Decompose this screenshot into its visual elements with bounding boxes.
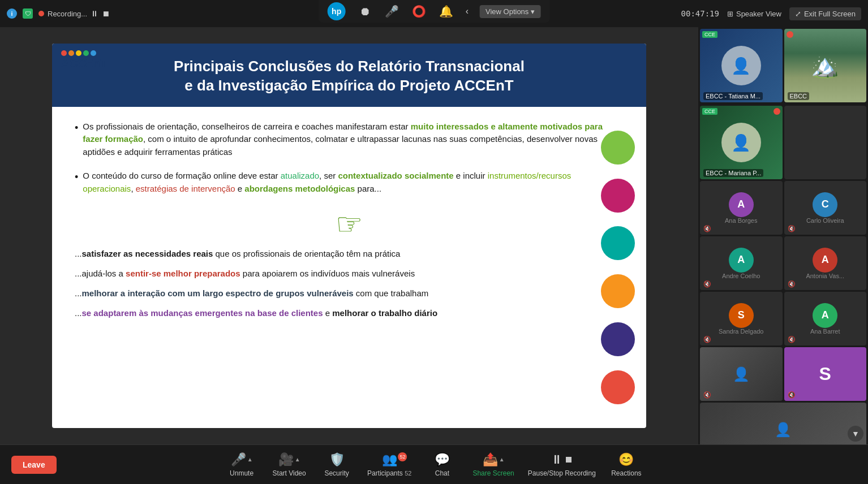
exit-fullscreen-icon: ⤢ bbox=[795, 10, 801, 18]
mute-ana-borges: 🔇 bbox=[703, 225, 711, 232]
main-content-area: ACCEnT Principais Conclusões do Relatóri… bbox=[0, 27, 698, 444]
top-bar-left: i 🛡 Recording... ⏸ ⏹ bbox=[7, 8, 110, 19]
participant-ana-barret: A Ana Barret 🔇 bbox=[784, 292, 867, 345]
record-icon[interactable]: ⏺ bbox=[357, 3, 373, 19]
stop-recording-icon: ⏹ bbox=[564, 455, 573, 465]
recording-label: Recording... bbox=[48, 10, 87, 18]
shield-icon[interactable]: 🛡 bbox=[23, 8, 33, 19]
pause-recording-button[interactable]: ⏸ ⏹ Pause/Stop Recording bbox=[528, 452, 596, 477]
participant-sandra: S Sandra Delgado 🔇 bbox=[700, 292, 783, 345]
security-label: Security bbox=[324, 469, 349, 477]
conclusion-1: ...satisfazer as necessidades reais que … bbox=[75, 248, 624, 260]
conclusions: ...satisfazer as necessidades reais que … bbox=[75, 248, 624, 319]
mute-antonia: 🔇 bbox=[788, 280, 796, 288]
reactions-icon: 😊 bbox=[618, 452, 634, 467]
participant-tile-mariana: 👤 EBCC - Mariana P... CCE bbox=[700, 106, 783, 179]
share-screen-button[interactable]: 📤 ▲ Share Screen bbox=[472, 452, 514, 477]
info-icon[interactable]: i bbox=[7, 8, 17, 19]
leave-button[interactable]: Leave bbox=[11, 456, 57, 474]
share-chevron[interactable]: ▲ bbox=[499, 456, 505, 463]
participants-badge: 52 bbox=[398, 452, 407, 461]
participant-name-carlo: Carlo Oliveira bbox=[806, 217, 844, 224]
slide-header: Principais Conclusões do Relatório Trans… bbox=[52, 44, 646, 107]
view-options-button[interactable]: View Options ▾ bbox=[480, 5, 540, 18]
top-bar: i 🛡 Recording... ⏸ ⏹ hp ⏺ 🎤 ⭕ 🔔 ‹ View O… bbox=[0, 0, 868, 27]
participant-list: A Ana Borges 🔇 C Carlo Oliveira 🔇 A Andr… bbox=[698, 181, 868, 444]
top-participant-tiles: 👤 EBCC - Tatiana M... CCE 🏔️ EBCC bbox=[698, 27, 868, 104]
circle-icon[interactable]: ⭕ bbox=[411, 3, 427, 19]
participant-name-ana-borges: Ana Borges bbox=[725, 217, 757, 224]
circle-orange bbox=[601, 274, 635, 308]
accent-logo: ACCEnT bbox=[61, 50, 107, 70]
mute-sandra: 🔇 bbox=[703, 336, 711, 343]
bottom-center-controls: 🎤 ▲ Unmute 🎥 ▲ Start Video 🛡️ Security 👥 bbox=[225, 452, 643, 477]
participants-icon: 👥 bbox=[382, 452, 397, 467]
accent-logo-text: ACCEnT bbox=[61, 57, 107, 70]
unmute-chevron[interactable]: ▲ bbox=[247, 456, 253, 463]
tile-accent-badge-2: CCE bbox=[702, 108, 717, 115]
stop-icon[interactable]: ⏹ bbox=[102, 9, 110, 18]
participants-panel: 👤 EBCC - Tatiana M... CCE 🏔️ EBCC 👤 EBCC… bbox=[698, 27, 868, 444]
avatar-andre: A bbox=[729, 248, 754, 273]
start-video-button[interactable]: 🎥 ▲ Start Video bbox=[272, 452, 306, 477]
participant-carlo: C Carlo Oliveira 🔇 bbox=[784, 181, 867, 235]
avatar-sandra: S bbox=[729, 303, 754, 328]
tile-label-tatiana: EBCC - Tatiana M... bbox=[703, 92, 763, 100]
participant-video-thumb: 👤 🔇 bbox=[700, 347, 783, 401]
tile-label-ebcc: EBCC bbox=[788, 92, 810, 100]
participant-tile-tatiana: 👤 EBCC - Tatiana M... CCE bbox=[700, 29, 783, 102]
mute-carlo: 🔇 bbox=[788, 225, 796, 232]
tile-accent-badge: CCE bbox=[702, 31, 717, 38]
reactions-button[interactable]: 😊 Reactions bbox=[609, 452, 643, 477]
participant-item-blank bbox=[784, 106, 867, 179]
pause-icon[interactable]: ⏸ bbox=[91, 9, 98, 18]
recording-badge: Recording... ⏸ ⏹ bbox=[38, 9, 110, 18]
avatar-carlo: C bbox=[813, 192, 837, 217]
exit-fullscreen-button[interactable]: ⤢ Exit Full Screen bbox=[789, 7, 861, 20]
tile-muted-dot bbox=[787, 31, 793, 38]
recording-dot bbox=[38, 11, 44, 16]
scroll-down-button[interactable]: ▼ bbox=[848, 426, 863, 442]
circle-teal bbox=[601, 226, 635, 260]
circle-green bbox=[601, 131, 635, 165]
share-screen-label: Share Screen bbox=[472, 469, 514, 477]
unmute-button[interactable]: 🎤 ▲ Unmute bbox=[225, 452, 259, 477]
start-video-label: Start Video bbox=[273, 469, 306, 477]
bullet-2: • O conteúdo do curso de formação online… bbox=[75, 170, 624, 195]
speaker-view-icon: ⊞ bbox=[727, 10, 733, 18]
circle-crimson bbox=[601, 179, 635, 213]
participant-name-ana-barret: Ana Barret bbox=[810, 328, 840, 335]
participant-tile-landscape: 🏔️ EBCC bbox=[784, 29, 867, 102]
chevron-down-icon: ▾ bbox=[531, 7, 535, 16]
participants-button[interactable]: 👥 Participants 52 52 bbox=[367, 452, 411, 477]
mute-video-thumb: 🔇 bbox=[703, 391, 711, 399]
mic-muted-icon: 🎤 bbox=[231, 452, 246, 467]
chat-icon: 💬 bbox=[435, 452, 450, 467]
bottom-bar: Leave 🎤 ▲ Unmute 🎥 ▲ Start Video 🛡️ Secu… bbox=[0, 444, 868, 484]
meeting-timer: 00:47:19 bbox=[681, 9, 719, 18]
circle-red bbox=[601, 370, 635, 404]
security-button[interactable]: 🛡️ Security bbox=[320, 452, 354, 477]
tile-muted-2 bbox=[774, 108, 780, 115]
chat-button[interactable]: 💬 Chat bbox=[425, 452, 459, 477]
avatar-ana-barret: A bbox=[813, 303, 837, 328]
security-icon: 🛡️ bbox=[329, 452, 345, 467]
unmute-label: Unmute bbox=[230, 469, 253, 477]
mic-icon[interactable]: 🎤 bbox=[384, 3, 400, 19]
circle-column bbox=[601, 107, 635, 428]
participant-s: S 🔇 bbox=[784, 347, 867, 401]
reactions-label: Reactions bbox=[611, 469, 641, 477]
participant-andre: A Andre Coelho 🔇 bbox=[700, 236, 783, 290]
slide-body: • Os profissionais de orientação, consel… bbox=[52, 107, 646, 428]
hp-logo: hp bbox=[328, 2, 346, 20]
speaker-view-button[interactable]: ⊞ Speaker View bbox=[727, 10, 781, 18]
video-chevron[interactable]: ▲ bbox=[295, 456, 300, 463]
share-screen-icon: 📤 bbox=[483, 452, 498, 467]
top-bar-right: 00:47:19 ⊞ Speaker View ⤢ Exit Full Scre… bbox=[681, 7, 861, 20]
participants-label: Participants 52 bbox=[367, 469, 411, 477]
avatar-antonia: A bbox=[813, 248, 837, 273]
conclusion-2: ...ajudá-los a sentir-se melhor preparad… bbox=[75, 267, 624, 279]
conclusion-3: ...melhorar a interação com um largo esp… bbox=[75, 287, 624, 299]
speaker-icon[interactable]: 🔔 bbox=[439, 3, 454, 19]
toolbar-chevron-left[interactable]: ‹ bbox=[466, 6, 469, 16]
